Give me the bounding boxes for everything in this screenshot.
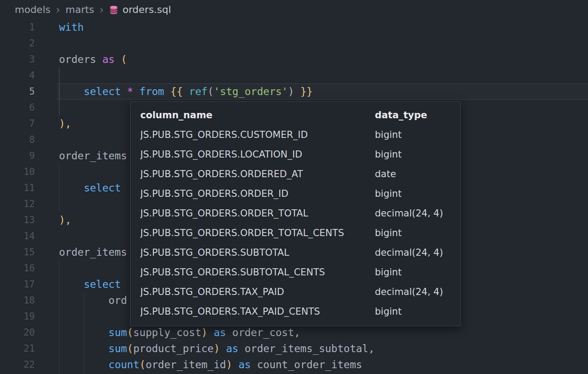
code-text: select <box>59 180 121 196</box>
breadcrumb: models › marts › orders.sql <box>0 0 588 19</box>
code-text: select * from {{ ref('stg_orders') }} <box>59 83 313 100</box>
line-number: 1 <box>0 19 35 35</box>
column-name-cell: JS.PUB.STG_ORDERS.LOCATION_ID <box>140 149 375 160</box>
line-number: 10 <box>0 164 35 180</box>
column-name-cell: JS.PUB.STG_ORDERS.ORDER_ID <box>140 188 375 199</box>
data-type-cell: decimal(24, 4) <box>375 247 450 258</box>
line-number: 7 <box>0 116 35 132</box>
popup-header-data-type: data_type <box>375 110 450 121</box>
column-name-cell: JS.PUB.STG_ORDERS.SUBTOTAL <box>140 247 375 258</box>
code-text: select <box>59 276 121 292</box>
line-number: 21 <box>0 341 35 357</box>
column-info-popup: column_name data_type JS.PUB.STG_ORDERS.… <box>130 101 461 326</box>
column-name-cell: JS.PUB.STG_ORDERS.ORDERED_AT <box>140 169 375 179</box>
data-type-cell: bigint <box>375 129 450 140</box>
popup-row: JS.PUB.STG_ORDERS.ORDERED_ATdate <box>130 164 460 184</box>
line-number: 16 <box>0 260 35 276</box>
code-text: with <box>59 19 84 35</box>
popup-row: JS.PUB.STG_ORDERS.CUSTOMER_IDbigint <box>130 125 460 145</box>
popup-row: JS.PUB.STG_ORDERS.ORDER_TOTALdecimal(24,… <box>130 204 460 223</box>
popup-header-row: column_name data_type <box>130 105 460 125</box>
line-number: 20 <box>0 324 35 341</box>
editor-window: models › marts › orders.sql 1with23order… <box>0 0 588 374</box>
breadcrumb-separator-icon: › <box>56 4 60 15</box>
code-line-21[interactable]: 21 sum(product_price) as order_items_sub… <box>0 341 588 357</box>
line-number: 13 <box>0 212 35 228</box>
popup-header-column-name: column_name <box>140 110 375 121</box>
data-type-cell: bigint <box>375 149 450 160</box>
line-number: 22 <box>0 357 35 373</box>
code-text: sum(supply_cost) as order_cost, <box>59 324 300 341</box>
code-text: ord <box>59 292 127 308</box>
code-text: count(order_item_id) as count_order_item… <box>59 357 362 373</box>
popup-row: JS.PUB.STG_ORDERS.SUBTOTALdecimal(24, 4) <box>130 243 460 262</box>
column-name-cell: JS.PUB.STG_ORDERS.TAX_PAID <box>140 287 375 297</box>
line-number: 18 <box>0 292 35 308</box>
code-line-5[interactable]: 5 select * from {{ ref('stg_orders') }} <box>0 83 588 100</box>
code-text: order_items <box>59 244 127 260</box>
line-number: 15 <box>0 244 35 260</box>
line-number: 3 <box>0 51 35 67</box>
popup-row: JS.PUB.STG_ORDERS.ORDER_IDbigint <box>130 184 460 204</box>
data-type-cell: decimal(24, 4) <box>375 208 450 219</box>
breadcrumb-item-file[interactable]: orders.sql <box>122 4 171 15</box>
line-number: 4 <box>0 67 35 83</box>
popup-row: JS.PUB.STG_ORDERS.SUBTOTAL_CENTSbigint <box>130 262 460 282</box>
data-type-cell: date <box>375 169 450 179</box>
line-number: 5 <box>0 83 35 100</box>
popup-row: JS.PUB.STG_ORDERS.TAX_PAID_CENTSbigint <box>130 302 460 321</box>
breadcrumb-item-marts[interactable]: marts <box>66 4 94 15</box>
code-line-1[interactable]: 1with <box>0 19 588 35</box>
data-type-cell: bigint <box>375 188 450 199</box>
popup-row: JS.PUB.STG_ORDERS.ORDER_TOTAL_CENTSbigin… <box>130 223 460 243</box>
code-text: orders as ( <box>59 51 127 67</box>
line-number: 19 <box>0 308 35 324</box>
code-line-2[interactable]: 2 <box>0 35 588 51</box>
column-name-cell: JS.PUB.STG_ORDERS.CUSTOMER_ID <box>140 129 375 140</box>
data-type-cell: decimal(24, 4) <box>375 287 450 297</box>
database-icon <box>109 5 118 15</box>
code-line-22[interactable]: 22 count(order_item_id) as count_order_i… <box>0 357 588 373</box>
line-number: 17 <box>0 276 35 292</box>
code-line-4[interactable]: 4 <box>0 67 588 83</box>
data-type-cell: bigint <box>375 267 450 278</box>
code-line-20[interactable]: 20 sum(supply_cost) as order_cost, <box>0 324 588 341</box>
line-number: 14 <box>0 228 35 244</box>
popup-row: JS.PUB.STG_ORDERS.TAX_PAIDdecimal(24, 4) <box>130 282 460 302</box>
data-type-cell: bigint <box>375 306 450 317</box>
data-type-cell: bigint <box>375 228 450 238</box>
column-name-cell: JS.PUB.STG_ORDERS.ORDER_TOTAL_CENTS <box>140 228 375 238</box>
column-name-cell: JS.PUB.STG_ORDERS.TAX_PAID_CENTS <box>140 306 375 317</box>
popup-row: JS.PUB.STG_ORDERS.LOCATION_IDbigint <box>130 145 460 164</box>
line-number: 6 <box>0 100 35 116</box>
line-number: 9 <box>0 148 35 164</box>
popup-rows: JS.PUB.STG_ORDERS.CUSTOMER_IDbigintJS.PU… <box>130 125 460 321</box>
line-number: 11 <box>0 180 35 196</box>
code-line-3[interactable]: 3orders as ( <box>0 51 588 67</box>
column-name-cell: JS.PUB.STG_ORDERS.SUBTOTAL_CENTS <box>140 267 375 278</box>
breadcrumb-item-models[interactable]: models <box>15 4 50 15</box>
breadcrumb-separator-icon: › <box>100 4 104 15</box>
code-text: sum(product_price) as order_items_subtot… <box>59 341 374 357</box>
line-number: 12 <box>0 196 35 212</box>
line-number: 2 <box>0 35 35 51</box>
line-number: 8 <box>0 132 35 148</box>
column-name-cell: JS.PUB.STG_ORDERS.ORDER_TOTAL <box>140 208 375 219</box>
code-text: order_items <box>59 148 127 164</box>
code-text: ), <box>59 212 71 228</box>
code-text: ), <box>59 116 71 132</box>
